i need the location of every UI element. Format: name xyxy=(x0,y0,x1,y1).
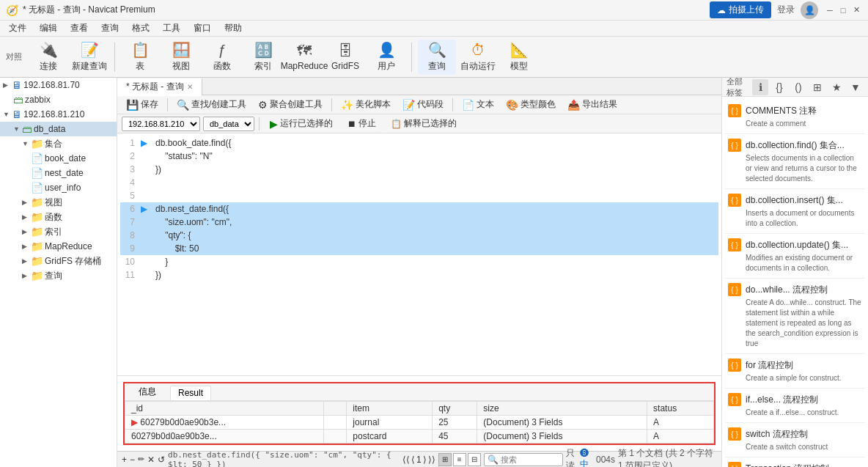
menu-window[interactable]: 窗口 xyxy=(188,21,217,36)
save-btn[interactable]: 💾 保存 xyxy=(122,97,163,112)
menu-query[interactable]: 查询 xyxy=(95,21,125,36)
toolbar-model[interactable]: 📐 模型 xyxy=(500,40,538,75)
find-tool-btn[interactable]: 🔍 查找/创建工具 xyxy=(172,97,251,112)
toolbar-view[interactable]: 🪟 视图 xyxy=(162,40,200,75)
folder-icon: 📁 xyxy=(31,270,43,282)
sidebar-item-mapreduce[interactable]: ▶ 📁 MapReduce xyxy=(0,239,117,254)
grid-btn-table[interactable]: ⊞ xyxy=(438,453,452,466)
main-toolbar: 对照 🔌 连接 📝 新建查询 📋 表 🪟 视图 ƒ 函数 🔠 索引 🗺 MapR… xyxy=(0,37,868,78)
menu-view[interactable]: 查看 xyxy=(65,21,94,36)
sidebar-item-zabbix[interactable]: 🗃 zabbix xyxy=(0,92,117,107)
grid-btn-list[interactable]: ≡ xyxy=(453,453,466,466)
toolbar-func[interactable]: ƒ 函数 xyxy=(203,40,241,75)
menu-format[interactable]: 格式 xyxy=(126,21,155,36)
toolbar-user[interactable]: 👤 用户 xyxy=(367,40,405,75)
toolbar-edit[interactable]: ✏ xyxy=(138,455,144,464)
cloud-upload-btn[interactable]: ☁ 拍摄上传 xyxy=(710,1,771,18)
sidebar-item-book-date[interactable]: 📄 book_date xyxy=(0,151,117,166)
sidebar-item-server1[interactable]: ▶ 🖥 192.168.81.70 xyxy=(0,78,117,92)
snippet-desc: Create A do...while... construct. The st… xyxy=(746,298,862,349)
text-btn[interactable]: 📄 文本 xyxy=(457,97,499,112)
sidebar-item-user-info[interactable]: 📄 user_info xyxy=(0,180,117,195)
search-box: 🔍 xyxy=(484,453,563,466)
readonly-label: 只读 xyxy=(566,447,578,468)
menu-edit[interactable]: 编辑 xyxy=(34,21,63,36)
maximize-btn[interactable]: □ xyxy=(837,4,849,16)
user-avatar[interactable]: 👤 xyxy=(801,1,818,19)
grid-btn-gallery[interactable]: ⊟ xyxy=(468,453,481,466)
toolbar-table[interactable]: 📋 表 xyxy=(121,40,159,75)
conn-server-select[interactable]: 192.168.81.210 xyxy=(122,117,200,131)
table-icon-btn[interactable]: ⊞ xyxy=(809,79,825,95)
code-editor[interactable]: 1 ▶ db.book_date.find({ 2 "status": "N" … xyxy=(117,133,721,376)
sidebar-item-nest-date[interactable]: 📄 nest_date xyxy=(0,166,117,180)
snippet-find[interactable]: { } db.collection.find() 集合... Selects d… xyxy=(725,134,865,189)
nav-next[interactable]: ⟩ xyxy=(423,455,427,465)
code-icon-btn[interactable]: {} xyxy=(771,79,787,95)
colorscheme-label: 类型颜色 xyxy=(521,98,556,111)
login-label[interactable]: 登录 xyxy=(777,4,795,16)
snippet-transaction[interactable]: { } Transaction 流程控制 Transaction example… xyxy=(725,457,865,467)
snippet-for[interactable]: { } for 流程控制 Create a simple for constru… xyxy=(725,354,865,389)
snippet-switch[interactable]: { } switch 流程控制 Create a switch construc… xyxy=(725,423,865,457)
conn-db-select[interactable]: db_data xyxy=(203,117,254,131)
toolbar-connect[interactable]: 🔌 连接 xyxy=(29,40,67,75)
sidebar-item-query[interactable]: ▶ 📁 查询 xyxy=(0,268,117,283)
user-label: 用户 xyxy=(378,60,395,73)
dropdown-icon-btn[interactable]: ▼ xyxy=(847,79,864,95)
info-icon-btn[interactable]: ℹ xyxy=(752,79,768,95)
snippet-ifelse[interactable]: { } if...else... 流程控制 Create a if...else… xyxy=(725,389,865,423)
sidebar-item-idx[interactable]: ▶ 📁 索引 xyxy=(0,224,117,239)
colorscheme-btn[interactable]: 🎨 类型颜色 xyxy=(501,97,560,112)
collection-label: 集合 xyxy=(45,138,62,150)
snippet-dowhile[interactable]: { } do...while... 流程控制 Create A do...whi… xyxy=(725,279,865,354)
toolbar-index[interactable]: 🔠 索引 xyxy=(244,40,282,75)
toolbar-remove[interactable]: − xyxy=(130,455,135,465)
menu-file[interactable]: 文件 xyxy=(3,21,32,36)
toolbar-newquery[interactable]: 📝 新建查询 xyxy=(70,40,108,75)
minimize-btn[interactable]: ─ xyxy=(824,4,836,16)
export-btn[interactable]: 📤 导出结果 xyxy=(563,97,622,112)
sidebar-item-dbdata[interactable]: ▼ 🗃 db_data xyxy=(0,122,117,136)
snippet-update[interactable]: { } db.collection.update() 集... Modifies… xyxy=(725,234,865,279)
sidebar-item-view[interactable]: ▶ 📁 视图 xyxy=(0,195,117,210)
result-tab[interactable]: Result xyxy=(170,386,211,400)
toolbar-x[interactable]: ✕ xyxy=(147,455,155,465)
sidebar-item-collection[interactable]: ▼ 📁 集合 xyxy=(0,136,117,151)
stop-btn[interactable]: ⏹ 停止 xyxy=(342,116,382,131)
nav-prev[interactable]: ⟨ xyxy=(411,455,415,465)
toolbar-autorun[interactable]: ⏱ 自动运行 xyxy=(459,40,497,75)
explain-btn[interactable]: 📋 解释已选择的 xyxy=(385,116,463,131)
nav-last[interactable]: ⟩⟩ xyxy=(428,455,435,465)
query-tab[interactable]: * 无标题 - 查询 ✕ xyxy=(117,78,202,96)
search-input[interactable] xyxy=(501,455,559,464)
sidebar-item-gridfs[interactable]: ▶ 📁 GridFS 存储桶 xyxy=(0,254,117,268)
find-label: 查找/创建工具 xyxy=(191,98,246,111)
toolbar-add[interactable]: + xyxy=(122,455,127,465)
menu-help[interactable]: 帮助 xyxy=(218,21,248,36)
query-toolbar: 💾 保存 🔍 查找/创建工具 ⚙ 聚合创建工具 ✨ 美化脚本 📝 代码段 xyxy=(117,95,721,114)
sidebar-item-server2[interactable]: ▼ 🖥 192.168.81.210 xyxy=(0,107,117,122)
sidebar-item-func[interactable]: ▶ 📁 函数 xyxy=(0,210,117,224)
col-qty: qty xyxy=(433,402,477,416)
aggregate-btn[interactable]: ⚙ 聚合创建工具 xyxy=(254,97,327,112)
code-btn[interactable]: 📝 代码段 xyxy=(398,97,448,112)
toolbar-mapreduce[interactable]: 🗺 MapReduce xyxy=(285,40,323,75)
nav-first[interactable]: ⟨⟨ xyxy=(402,455,410,465)
snippet-insert[interactable]: { } db.collection.insert() 集... Inserts … xyxy=(725,189,865,234)
menu-tools[interactable]: 工具 xyxy=(157,21,186,36)
close-btn[interactable]: ✕ xyxy=(850,4,862,16)
tab-close-icon[interactable]: ✕ xyxy=(187,83,193,91)
star-icon-btn[interactable]: ★ xyxy=(828,79,845,95)
lang-indicator: 🅢 中 xyxy=(580,448,593,467)
run-btn[interactable]: ▶ 运行已选择的 xyxy=(264,116,339,131)
paren-icon-btn[interactable]: () xyxy=(790,79,806,95)
beautify-btn[interactable]: ✨ 美化脚本 xyxy=(336,97,395,112)
info-tab[interactable]: 信息 xyxy=(130,383,164,400)
toolbar-refresh[interactable]: ↺ xyxy=(158,455,165,465)
snippet-comments[interactable]: { } COMMENTS 注释 Create a comment xyxy=(725,100,865,134)
toolbar-query[interactable]: 🔍 查询 xyxy=(418,40,456,75)
cell-item: journal xyxy=(347,416,433,430)
toolbar-gridfs[interactable]: 🗄 GridFS xyxy=(326,40,364,75)
query-tab-label: * 无标题 - 查询 xyxy=(126,81,184,93)
